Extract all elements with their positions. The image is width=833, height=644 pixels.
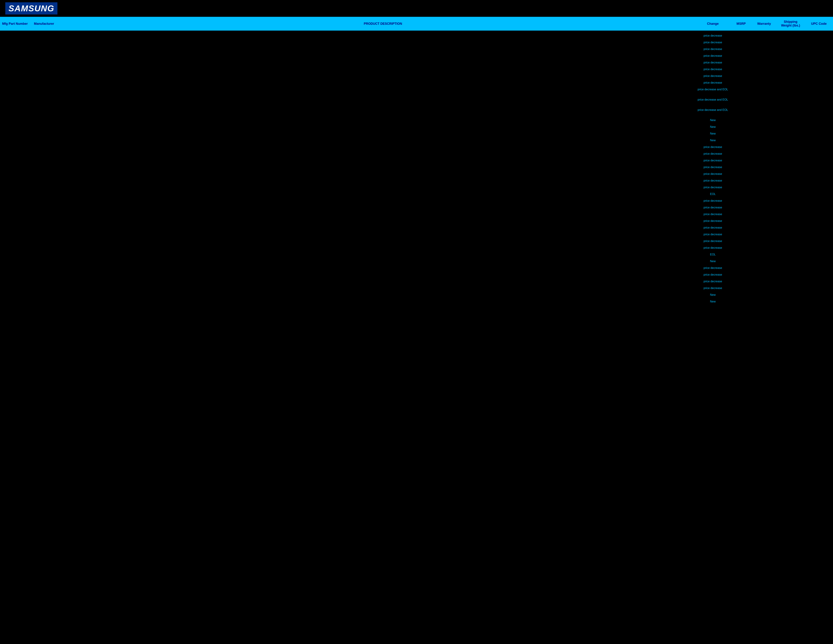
upc-cell [805, 89, 833, 90]
shipping-cell [777, 75, 805, 77]
warranty-cell [752, 147, 777, 148]
change-cell: price decrease [695, 158, 730, 163]
warranty-cell [752, 89, 777, 90]
warranty-cell [752, 240, 777, 242]
shipping-cell [777, 180, 805, 181]
header-change: Change [695, 19, 730, 29]
warranty-cell [752, 234, 777, 235]
empty-cell [32, 301, 71, 302]
change-cell: price decrease [695, 67, 730, 72]
table-row: price decrease and EOL [0, 86, 833, 93]
empty-cell [0, 62, 32, 63]
shipping-cell [777, 187, 805, 188]
logo-text: SAMSUNG [5, 2, 58, 14]
empty-cell [32, 35, 71, 36]
empty-cell [32, 287, 71, 289]
warranty-cell [752, 301, 777, 302]
msrp-cell [730, 301, 752, 302]
msrp-cell [730, 274, 752, 275]
change-value: price decrease [704, 68, 722, 71]
table-row: New [0, 117, 833, 124]
header-manufacturer: Manufacturer [32, 19, 71, 29]
empty-cell [32, 99, 71, 100]
empty-cell [32, 281, 71, 282]
empty-cell [0, 109, 32, 111]
change-cell: price decrease [695, 172, 730, 176]
change-cell: New [695, 299, 730, 304]
empty-cell [32, 69, 71, 70]
shipping-cell [777, 69, 805, 70]
empty-cell [32, 173, 71, 175]
warranty-cell [752, 254, 777, 255]
upc-cell [805, 160, 833, 161]
upc-cell [805, 173, 833, 175]
table-row: price decrease [0, 157, 833, 164]
change-cell: price decrease [695, 74, 730, 78]
empty-cell [32, 126, 71, 128]
warranty-cell [752, 281, 777, 282]
warranty-cell [752, 220, 777, 222]
empty-cell [32, 234, 71, 235]
empty-cell [0, 254, 32, 255]
msrp-cell [730, 187, 752, 188]
change-cell: price decrease [695, 179, 730, 183]
shipping-cell [777, 261, 805, 262]
change-cell: EOL [695, 252, 730, 257]
msrp-cell [730, 35, 752, 36]
msrp-cell [730, 261, 752, 262]
header-shipping-weight: Shipping Weight (lbs.) [777, 19, 805, 29]
shipping-cell [777, 140, 805, 141]
msrp-cell [730, 69, 752, 70]
empty-cell [71, 62, 695, 63]
change-cell: New [695, 259, 730, 264]
empty-cell [71, 240, 695, 242]
empty-cell [71, 82, 695, 84]
empty-cell [0, 240, 32, 242]
msrp-cell [730, 119, 752, 121]
table-row: price decrease [0, 211, 833, 217]
empty-cell [32, 133, 71, 134]
empty-cell [0, 99, 32, 100]
warranty-cell [752, 126, 777, 128]
msrp-cell [730, 82, 752, 84]
empty-cell [32, 214, 71, 215]
msrp-cell [730, 133, 752, 134]
change-cell: New [695, 138, 730, 143]
empty-cell [71, 42, 695, 43]
warranty-cell [752, 214, 777, 215]
msrp-cell [730, 240, 752, 242]
change-value: price decrease and EOL [698, 108, 728, 111]
msrp-cell [730, 294, 752, 296]
change-value: New [710, 300, 716, 303]
shipping-cell [777, 287, 805, 289]
change-value: New [710, 132, 716, 135]
empty-cell [32, 193, 71, 195]
shipping-cell [777, 153, 805, 155]
warranty-cell [752, 42, 777, 43]
empty-cell [32, 119, 71, 121]
empty-cell [71, 173, 695, 175]
msrp-cell [730, 140, 752, 141]
empty-cell [71, 187, 695, 188]
empty-cell [32, 153, 71, 155]
change-cell: price decrease [695, 60, 730, 65]
table-row: price decrease [0, 32, 833, 39]
warranty-cell [752, 173, 777, 175]
warranty-cell [752, 287, 777, 289]
shipping-cell [777, 281, 805, 282]
upc-cell [805, 69, 833, 70]
empty-cell [71, 75, 695, 77]
empty-cell [0, 55, 32, 56]
change-value: EOL [710, 193, 716, 196]
header-msrp: MSRP [730, 19, 752, 29]
table-row: price decrease and EOL [0, 97, 833, 103]
upc-cell [805, 153, 833, 155]
empty-cell [32, 180, 71, 181]
empty-cell [71, 109, 695, 111]
msrp-cell [730, 153, 752, 155]
empty-cell [32, 200, 71, 201]
msrp-cell [730, 207, 752, 208]
msrp-cell [730, 214, 752, 215]
change-value: New [710, 260, 716, 263]
warranty-cell [752, 62, 777, 63]
